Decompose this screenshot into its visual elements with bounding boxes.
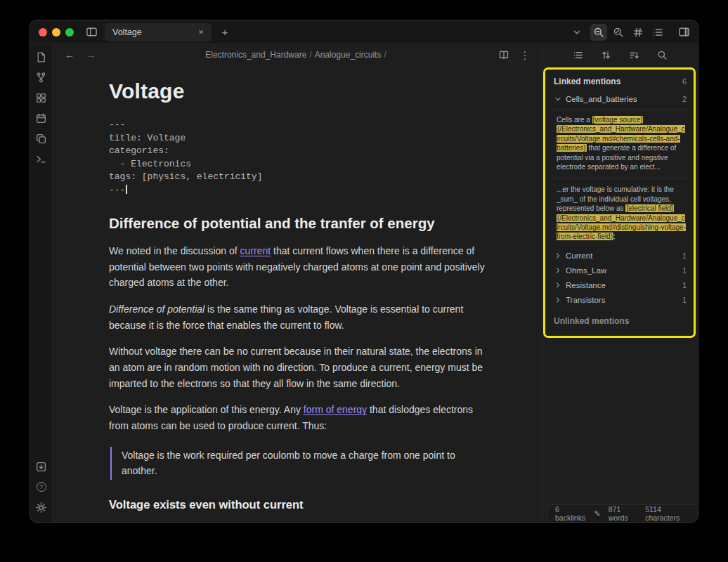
- files-button[interactable]: [34, 49, 49, 65]
- status-word-count[interactable]: 871 words: [609, 505, 637, 522]
- chevron-right-icon: [554, 281, 562, 289]
- copy-icon: [35, 133, 47, 145]
- backlink-group-label: Cells_and_batteries: [566, 95, 637, 103]
- main-pane: ← → Electronics_and_Hardware/Analogue_ci…: [53, 44, 542, 522]
- view-header: ← → Electronics_and_Hardware/Analogue_ci…: [53, 44, 542, 65]
- editor[interactable]: Voltage --- title: Voltage categories: -…: [53, 65, 542, 522]
- backlink-group-count: 1: [682, 266, 687, 275]
- frontmatter-line: categories:: [109, 145, 485, 158]
- tags-button[interactable]: [630, 24, 646, 41]
- up-down-arrows-icon: [601, 50, 611, 60]
- window-controls: [39, 28, 74, 37]
- search-match-highlight: [voltage source]: [592, 116, 644, 124]
- right-sidebar: Linked mentions 6 Cells_and_batteries 2 …: [542, 44, 698, 522]
- book-open-icon: [498, 49, 509, 60]
- sidebar-left-icon: [86, 26, 98, 38]
- backlink-group-count: 2: [682, 95, 687, 103]
- canvas-button[interactable]: [34, 90, 49, 105]
- hash-icon: [632, 27, 644, 38]
- tab-list-button[interactable]: [568, 24, 585, 41]
- close-tab-icon[interactable]: ×: [195, 26, 207, 39]
- graph-view-button[interactable]: [34, 70, 49, 85]
- help-button[interactable]: ?: [34, 479, 49, 495]
- pencil-icon: ✎: [594, 510, 600, 518]
- close-window-button[interactable]: [39, 28, 47, 37]
- grid-icon: [35, 92, 47, 104]
- frontmatter-line: ---: [109, 119, 485, 132]
- backlink-list-button[interactable]: [570, 46, 587, 63]
- unlinked-mentions-header[interactable]: Unlinked mentions: [552, 308, 688, 327]
- chevron-right-icon: [554, 266, 562, 275]
- left-ribbon: ?: [30, 44, 53, 522]
- collapse-expand-button[interactable]: [598, 46, 615, 63]
- desktop-background: Voltage × +: [0, 0, 728, 562]
- status-backlinks-count[interactable]: 6 backlinks: [555, 505, 586, 522]
- search-icon: [593, 27, 604, 38]
- daily-note-button[interactable]: [34, 110, 49, 126]
- calendar-icon: [35, 112, 47, 124]
- backlink-group-current[interactable]: Current 1: [552, 249, 688, 263]
- backlink-group-ohms-law[interactable]: Ohms_Law 1: [552, 263, 688, 278]
- backlink-group-count: 1: [682, 281, 687, 289]
- tab-voltage[interactable]: Voltage ×: [105, 23, 212, 41]
- new-tab-button[interactable]: +: [216, 24, 233, 41]
- backlinks-pane: Linked mentions 6 Cells_and_batteries 2 …: [542, 65, 698, 504]
- titlebar: Voltage × +: [30, 20, 698, 44]
- backlink-group-resistance[interactable]: Resistance 1: [552, 278, 688, 293]
- status-bar: 6 backlinks ✎ 871 words 5114 characters: [547, 504, 698, 522]
- gear-icon: [35, 502, 47, 514]
- breadcrumb-subfolder[interactable]: Analogue_circuits: [315, 50, 382, 60]
- toggle-right-sidebar-button[interactable]: [675, 24, 692, 41]
- search-match-highlight: [electrical field]: [625, 204, 673, 212]
- backlink-snippet-1[interactable]: Cells are a [voltage source](/Electronic…: [552, 109, 688, 178]
- sidebar-right-icon: [678, 26, 690, 38]
- plugin-icon-cluster: [590, 24, 666, 41]
- backlink-snippet-2[interactable]: ...er the voltage is cumulative: it is t…: [552, 178, 688, 248]
- search-icon: [657, 50, 668, 60]
- paragraph-3: Without voltage there can be no current …: [109, 344, 485, 391]
- note-title: Voltage: [109, 79, 485, 103]
- heading-voltage-exists: Voltage exists even without current: [109, 498, 485, 511]
- templates-button[interactable]: [34, 131, 49, 146]
- link-form-of-energy[interactable]: form of energy: [304, 404, 367, 415]
- list-icon: [573, 50, 583, 60]
- toggle-left-sidebar-button[interactable]: [83, 24, 100, 41]
- search-current-file-button[interactable]: [590, 24, 607, 41]
- back-arrow-icon: ←: [65, 50, 74, 60]
- linked-mentions-highlight-annotation: Linked mentions 6 Cells_and_batteries 2 …: [543, 67, 696, 338]
- frontmatter-line: title: Voltage: [109, 132, 485, 145]
- blockquote: Voltage is the work required per coulomb…: [110, 447, 485, 480]
- paragraph-4: Voltage is the application of this energ…: [109, 402, 485, 433]
- paragraph-1: We noted in the discussion of current th…: [109, 243, 485, 291]
- help-icon: ?: [37, 482, 46, 492]
- zoom-window-button[interactable]: [65, 28, 74, 37]
- breadcrumb-folder[interactable]: Electronics_and_Hardware: [205, 50, 306, 60]
- backlink-group-label: Transistors: [566, 296, 605, 304]
- open-vault-button[interactable]: [34, 459, 49, 474]
- terminal-icon: [35, 153, 47, 165]
- backlink-group-cells-and-batteries[interactable]: Cells_and_batteries 2: [552, 93, 688, 109]
- outline-button[interactable]: [649, 24, 666, 41]
- back-button[interactable]: ←: [61, 46, 78, 63]
- more-options-button[interactable]: ⋮: [516, 46, 533, 63]
- terminal-button[interactable]: [34, 151, 49, 166]
- text-cursor: [126, 185, 127, 194]
- search-replace-button[interactable]: [610, 24, 627, 41]
- search-backlinks-button[interactable]: [654, 46, 671, 63]
- linked-mentions-header[interactable]: Linked mentions 6: [552, 74, 688, 93]
- sort-order-button[interactable]: [626, 46, 643, 63]
- backlink-group-count: 1: [682, 251, 687, 260]
- link-current[interactable]: current: [240, 245, 271, 256]
- breadcrumb-separator: /: [381, 50, 389, 60]
- frontmatter-line: - Electronics: [109, 158, 485, 171]
- status-character-count[interactable]: 5114 characters: [645, 505, 690, 522]
- backlink-group-transistors[interactable]: Transistors 1: [552, 293, 688, 308]
- backlink-group-label: Ohms_Law: [566, 266, 606, 275]
- minimize-window-button[interactable]: [52, 28, 60, 37]
- chevron-down-icon: [554, 95, 562, 103]
- forward-button[interactable]: →: [82, 46, 99, 63]
- reading-view-button[interactable]: [495, 46, 512, 63]
- paragraph-5: Given that voltage is the force that gen…: [109, 521, 485, 522]
- chevron-right-icon: [554, 296, 562, 304]
- settings-button[interactable]: [34, 499, 49, 515]
